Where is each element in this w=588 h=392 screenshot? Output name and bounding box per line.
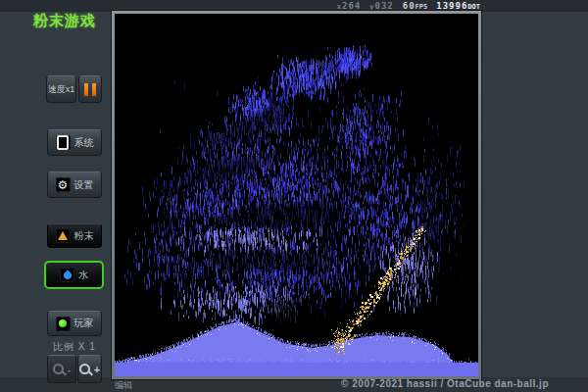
powder-element-button[interactable]: 粉末	[47, 223, 102, 248]
zoom-out-button[interactable]: -	[47, 355, 76, 383]
settings-button[interactable]: ⚙ 设置	[47, 172, 102, 198]
player-button-label: 玩家	[74, 317, 94, 330]
zoom-out-sign: -	[68, 364, 72, 375]
zoom-in-sign: +	[94, 364, 100, 375]
player-icon	[56, 317, 71, 331]
player-button[interactable]: 玩家	[47, 311, 102, 336]
water-element-button[interactable]: 水	[44, 261, 104, 289]
gear-icon: ⚙	[56, 177, 71, 192]
copyright: © 2007-2021 hassii / OtaCube dan-ball.jp	[341, 378, 549, 389]
settings-button-label: 设置	[74, 178, 94, 192]
game-canvas[interactable]	[115, 14, 478, 376]
water-button-label: 水	[78, 269, 88, 282]
scale-label: 比例 X 1	[43, 340, 106, 354]
edit-mode-label: 编辑	[115, 379, 132, 392]
powder-button-label: 粉末	[74, 229, 94, 243]
system-button-label: 系统	[74, 136, 94, 150]
canvas-frame	[111, 10, 482, 380]
pause-button[interactable]	[78, 75, 102, 103]
zoom-in-button[interactable]: +	[77, 355, 102, 383]
speed-button[interactable]: 速度x1	[46, 75, 76, 103]
game-title: 粉末游戏	[33, 12, 96, 30]
pause-icon	[82, 83, 98, 96]
speed-button-label: 速度x1	[48, 83, 75, 96]
device-icon	[56, 135, 71, 150]
magnifier-plus-icon	[79, 364, 90, 374]
powder-icon	[56, 228, 71, 243]
water-drop-icon	[60, 268, 74, 282]
system-button[interactable]: 系统	[47, 129, 102, 156]
magnifier-minus-icon	[53, 364, 64, 374]
